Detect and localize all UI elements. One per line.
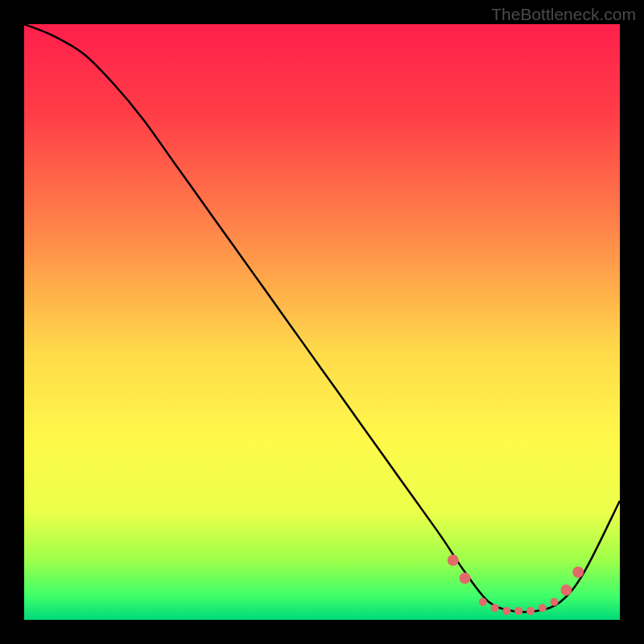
marker-dot [502,607,510,615]
marker-dot [491,604,499,612]
marker-dot [460,572,471,584]
marker-dot [448,555,459,566]
marker-dot [551,598,559,606]
marker-dot [560,584,572,596]
watermark: TheBottleneck.com [491,5,636,24]
marker-dot [572,567,584,578]
plot-background [24,24,620,620]
marker-dot [514,607,522,615]
marker-dot [479,598,487,606]
marker-dot [539,604,547,612]
chart-svg [0,0,644,644]
marker-dot [526,607,535,615]
bottleneck-chart [0,0,644,644]
